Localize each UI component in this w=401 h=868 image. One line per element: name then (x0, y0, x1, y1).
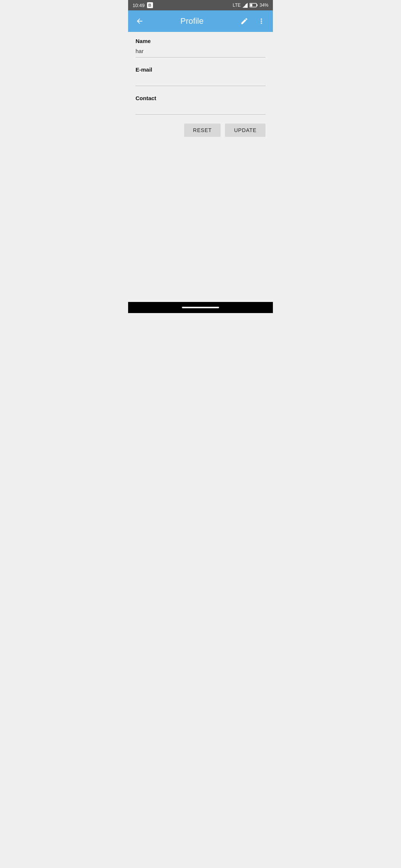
signal-icon (242, 3, 248, 8)
email-field-group: E-mail (136, 66, 265, 86)
email-input[interactable] (136, 75, 265, 86)
reset-button[interactable]: RESET (184, 124, 221, 137)
svg-marker-2 (242, 3, 248, 8)
b-app-icon: B (147, 2, 153, 8)
form-actions: RESET UPDATE (136, 124, 265, 137)
contact-input[interactable] (136, 103, 265, 115)
name-label: Name (136, 38, 265, 44)
email-label: E-mail (136, 66, 265, 73)
nav-pill (182, 307, 219, 308)
battery-icon (250, 3, 258, 7)
time-display: 10:49 (133, 3, 145, 8)
profile-form: Name E-mail Contact RESET UPDATE (128, 32, 273, 302)
battery-label: 34% (260, 3, 268, 8)
edit-button[interactable] (239, 16, 250, 27)
name-input[interactable] (136, 46, 265, 57)
svg-rect-4 (250, 4, 252, 7)
update-button[interactable]: UPDATE (225, 124, 265, 137)
app-bar: Profile (128, 10, 273, 32)
name-field-group: Name (136, 38, 265, 57)
svg-rect-5 (257, 4, 257, 6)
contact-label: Contact (136, 95, 265, 101)
page-title: Profile (151, 16, 233, 26)
network-label: LTE (233, 3, 241, 8)
back-button[interactable] (134, 16, 145, 27)
contact-field-group: Contact (136, 95, 265, 115)
status-right: LTE 34% (233, 3, 268, 8)
status-bar: 10:49 B LTE 34% (128, 0, 273, 10)
app-bar-actions (239, 16, 267, 27)
navigation-bar (128, 302, 273, 313)
more-options-button[interactable] (256, 16, 267, 27)
status-left: 10:49 B (133, 2, 153, 8)
